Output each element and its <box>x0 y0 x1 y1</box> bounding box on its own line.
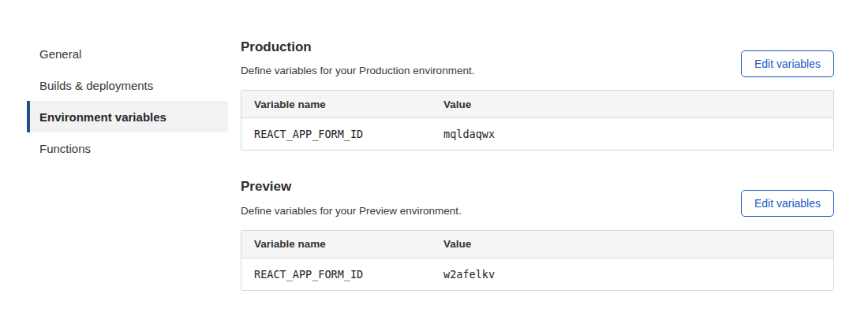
preview-variables-table: Variable name Value REACT_APP_FORM_ID w2… <box>241 230 834 291</box>
value-column-header: Value <box>431 231 833 258</box>
sidebar-item-builds-deployments[interactable]: Builds & deployments <box>27 69 228 101</box>
table-row: REACT_APP_FORM_ID mqldaqwx <box>241 118 833 150</box>
settings-page: General Builds & deployments Environment… <box>0 0 868 291</box>
sidebar-item-label: General <box>39 47 81 61</box>
edit-variables-button-production[interactable]: Edit variables <box>741 50 834 77</box>
production-variables-table: Variable name Value REACT_APP_FORM_ID mq… <box>241 90 834 151</box>
sidebar-item-functions[interactable]: Functions <box>27 132 228 164</box>
value-column-header: Value <box>431 91 833 118</box>
sidebar-item-label: Functions <box>39 142 91 155</box>
production-section-title: Production <box>241 39 474 55</box>
variable-name-column-header: Variable name <box>241 231 431 258</box>
value-cell: mqldaqwx <box>431 118 833 150</box>
table-header-row: Variable name Value <box>241 91 833 118</box>
table-header-row: Variable name Value <box>241 231 833 258</box>
preview-section-title: Preview <box>241 179 462 195</box>
settings-sidebar: General Builds & deployments Environment… <box>27 38 228 291</box>
variable-name-column-header: Variable name <box>241 91 431 118</box>
sidebar-item-general[interactable]: General <box>27 38 228 69</box>
value-cell: w2afelkv <box>431 258 833 290</box>
production-section-description: Define variables for your Production env… <box>241 64 474 79</box>
variable-name-cell: REACT_APP_FORM_ID <box>241 118 431 150</box>
production-section: Production Define variables for your Pro… <box>241 39 834 151</box>
sidebar-item-environment-variables[interactable]: Environment variables <box>27 101 228 132</box>
variable-name-cell: REACT_APP_FORM_ID <box>241 258 431 290</box>
preview-section-description: Define variables for your Preview enviro… <box>241 204 462 219</box>
sidebar-item-label: Environment variables <box>39 110 166 124</box>
preview-section: Preview Define variables for your Previe… <box>241 179 834 290</box>
table-row: REACT_APP_FORM_ID w2afelkv <box>241 258 833 290</box>
production-section-text: Production Define variables for your Pro… <box>241 39 474 79</box>
environment-variables-content: Production Define variables for your Pro… <box>241 38 834 291</box>
edit-variables-button-preview[interactable]: Edit variables <box>741 190 834 217</box>
sidebar-item-label: Builds & deployments <box>39 79 153 92</box>
preview-section-text: Preview Define variables for your Previe… <box>241 179 462 218</box>
